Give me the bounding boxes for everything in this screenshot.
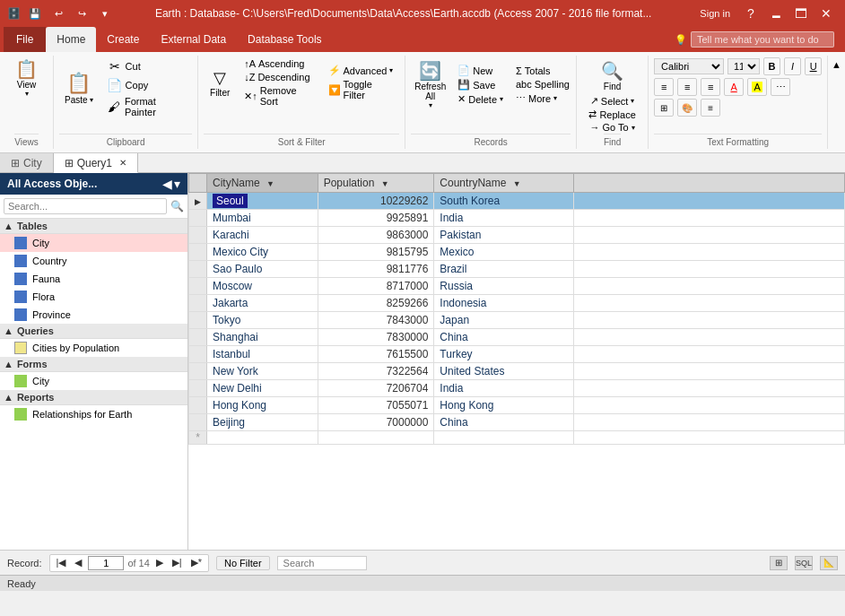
align-center-button[interactable]: ≡ (677, 78, 697, 96)
menu-external-data[interactable]: External Data (150, 27, 237, 52)
col-population-header[interactable]: Population ▼ (318, 174, 434, 193)
table-row[interactable]: Beijing7000000China (189, 414, 845, 431)
font-select[interactable]: Calibri (654, 58, 724, 74)
advanced-button[interactable]: ⚡ Advanced ▾ (324, 64, 400, 77)
qat-dropdown-button[interactable]: ▾ (96, 4, 114, 22)
sidebar-item-flora-table[interactable]: Flora (0, 288, 187, 306)
sidebar-item-city-form[interactable]: City (0, 372, 187, 390)
sidebar-item-fauna-table[interactable]: Fauna (0, 270, 187, 288)
table-row[interactable]: Mexico City9815795Mexico (189, 244, 845, 261)
more-formatting-button[interactable]: ⋯ (771, 78, 790, 96)
gridlines-button[interactable]: ⊞ (654, 99, 674, 117)
prev-record-button[interactable]: ◀ (72, 557, 84, 568)
tab-city[interactable]: ⊞ City (0, 153, 54, 172)
sidebar-item-cities-by-pop[interactable]: Cities by Population (0, 339, 187, 357)
maximize-button[interactable]: 🗖 (789, 4, 813, 22)
altrow-button[interactable]: ≡ (701, 99, 720, 117)
delete-button[interactable]: ✕ Delete ▾ (453, 92, 508, 106)
paste-button[interactable]: 📋 Paste ▾ (59, 69, 99, 108)
table-row[interactable]: Hong Kong7055071Hong Kong (189, 397, 845, 414)
tab-close-button[interactable]: ✕ (119, 158, 126, 168)
spelling-button[interactable]: abc Spelling (511, 78, 574, 91)
sidebar-queries-section[interactable]: ▲ Queries (0, 324, 187, 339)
minimize-button[interactable]: 🗕 (764, 4, 788, 22)
help-button[interactable]: ? (739, 4, 762, 22)
sidebar-menu-button[interactable]: ▾ (174, 177, 180, 191)
table-row[interactable]: New Delhi7206704India (189, 380, 845, 397)
font-color-button[interactable]: A (724, 78, 744, 96)
table-row[interactable]: Sao Paulo9811776Brazil (189, 261, 845, 278)
table-row[interactable]: Karachi9863000Pakistan (189, 227, 845, 244)
goto-button[interactable]: → Go To ▾ (586, 121, 640, 134)
qat-redo-button[interactable]: ↪ (73, 4, 91, 22)
refresh-button[interactable]: 🔄 Refresh All ▾ (411, 57, 449, 112)
sidebar-item-city-table[interactable]: City (0, 234, 187, 252)
sidebar-item-province-table[interactable]: Province (0, 306, 187, 324)
last-record-button[interactable]: ▶| (170, 557, 185, 568)
table-row[interactable]: Shanghai7830000China (189, 329, 845, 346)
sidebar-forms-section[interactable]: ▲ Forms (0, 357, 187, 372)
italic-button[interactable]: I (784, 57, 801, 75)
first-record-button[interactable]: |◀ (54, 557, 69, 568)
record-number-input[interactable] (88, 556, 124, 570)
bold-button[interactable]: B (763, 57, 780, 75)
population-cell: 7322564 (318, 363, 434, 380)
align-left-button[interactable]: ≡ (654, 78, 674, 96)
qat-undo-button[interactable]: ↩ (49, 4, 67, 22)
col-countryname-header[interactable]: CountryName ▼ (434, 174, 574, 193)
tab-query1[interactable]: ⊞ Query1 ✕ (54, 153, 138, 173)
sidebar-reports-section[interactable]: ▲ Reports (0, 390, 187, 405)
table-row[interactable]: Istanbul7615500Turkey (189, 346, 845, 363)
table-row[interactable]: New York7322564United States (189, 363, 845, 380)
table-row[interactable]: Moscow8717000Russia (189, 278, 845, 295)
sidebar-item-country-table[interactable]: Country (0, 252, 187, 270)
ascending-button[interactable]: ↑A Ascending (240, 57, 319, 70)
ribbon-collapse-button[interactable]: ▲ (832, 59, 841, 70)
font-size-select[interactable]: 11 (727, 58, 760, 74)
col-cityname-header[interactable]: CityName ▼ (207, 174, 318, 193)
next-record-button[interactable]: ▶ (153, 557, 166, 568)
menu-home[interactable]: Home (46, 27, 96, 52)
sidebar-tables-section[interactable]: ▲ Tables (0, 219, 187, 234)
new-record-nav-button[interactable]: ▶* (188, 557, 205, 568)
menu-file[interactable]: File (4, 27, 46, 52)
search-box-input[interactable] (277, 556, 367, 570)
table-row[interactable]: Seoul10229262South Korea (189, 193, 845, 210)
sidebar-search-input[interactable] (4, 198, 167, 214)
toggle-filter-button[interactable]: 🔽 Toggle Filter (324, 78, 400, 101)
table-row[interactable]: Mumbai9925891India (189, 210, 845, 227)
table-row[interactable]: Jakarta8259266Indonesia (189, 295, 845, 312)
menu-create[interactable]: Create (96, 27, 150, 52)
sql-view-icon[interactable]: SQL (795, 556, 813, 570)
underline-button[interactable]: U (805, 57, 822, 75)
bgcolor-button[interactable]: 🎨 (677, 99, 697, 117)
menu-search-input[interactable] (691, 31, 834, 48)
sign-in-button[interactable]: Sign in (693, 4, 737, 22)
descending-button[interactable]: ↓Z Descending (240, 71, 319, 83)
qat-save-button[interactable]: 💾 (26, 4, 44, 22)
sidebar-item-relationships-report[interactable]: Relationships for Earth (0, 405, 187, 423)
find-button[interactable]: 🔍 Find (594, 57, 632, 94)
sidebar-expand-button[interactable]: ◀ (162, 177, 172, 191)
more-button[interactable]: ⋯ More ▾ (511, 91, 574, 105)
filter-button[interactable]: ▽ Filter (204, 65, 236, 100)
view-button[interactable]: 📋 View ▾ (8, 57, 46, 100)
design-view-icon[interactable]: 📐 (820, 556, 838, 570)
replace-button[interactable]: ⇄ Replace (584, 108, 640, 121)
format-painter-button[interactable]: 🖌 Format Painter (102, 95, 193, 118)
table-row[interactable]: Tokyo7843000Japan (189, 312, 845, 329)
totals-button[interactable]: Σ Totals (511, 65, 574, 77)
cut-button[interactable]: ✂ Cut (102, 57, 193, 75)
table-view-icon[interactable]: ⊞ (770, 556, 788, 570)
new-button[interactable]: 📄 New (453, 64, 508, 77)
close-button[interactable]: ✕ (815, 4, 838, 22)
new-record-row[interactable] (189, 431, 845, 445)
remove-sort-button[interactable]: ✕↑ Remove Sort (240, 84, 319, 108)
select-button[interactable]: ↗ Select ▾ (586, 94, 640, 108)
align-right-button[interactable]: ≡ (701, 78, 720, 96)
save-button[interactable]: 💾 Save (453, 78, 508, 91)
highlight-button[interactable]: A (747, 78, 767, 96)
no-filter-button[interactable]: No Filter (216, 556, 270, 570)
menu-database-tools[interactable]: Database Tools (237, 27, 333, 52)
copy-button[interactable]: 📄 Copy (102, 76, 193, 94)
